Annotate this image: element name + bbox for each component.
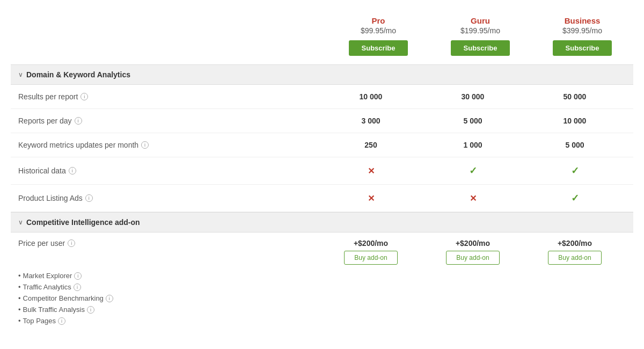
results-per-report-label: Results per report i: [18, 92, 320, 101]
plan-pro: Pro $99.95/mo Subscribe: [327, 16, 429, 56]
results-pro-value: 10 000: [320, 92, 422, 101]
plan-guru-name: Guru: [435, 16, 526, 25]
results-guru-value: 30 000: [422, 92, 524, 101]
product-listing-info-icon[interactable]: i: [85, 194, 93, 202]
section-competitive-title: ∨ Competitive Intelligence add-on: [18, 218, 320, 227]
section-domain-keyword: ∨ Domain & Keyword Analytics: [11, 64, 633, 85]
addon-pro-price: +$200/mo: [320, 239, 422, 248]
subscribe-business-button[interactable]: Subscribe: [553, 40, 612, 56]
keyword-guru-value: 1 000: [422, 141, 524, 149]
chevron-down-icon: ∨: [18, 71, 23, 78]
addon-business-col: +$200/mo Buy add-on: [524, 239, 626, 265]
row-keyword-metrics: Keyword metrics updates per month i 250 …: [11, 133, 633, 157]
feature-bulk-traffic-label: Bulk Traffic Analysis: [23, 306, 85, 314]
chevron-down-icon-2: ∨: [18, 219, 23, 226]
historical-pro-value: ✕: [320, 166, 422, 176]
reports-per-day-label: Reports per day i: [18, 117, 320, 125]
results-info-icon[interactable]: i: [80, 93, 88, 100]
addon-features-list: Market Explorer i Traffic Analytics i Co…: [11, 268, 633, 334]
section-domain-keyword-title: ∨ Domain & Keyword Analytics: [18, 70, 320, 79]
top-pages-info-icon[interactable]: i: [58, 317, 65, 325]
subscribe-guru-button[interactable]: Subscribe: [451, 40, 510, 56]
keyword-metrics-info-icon[interactable]: i: [141, 141, 149, 149]
plan-business: Business $399.95/mo Subscribe: [531, 16, 633, 56]
plan-pro-price: $99.95/mo: [333, 26, 424, 35]
keyword-business-value: 5 000: [524, 141, 626, 149]
price-per-user-label: Price per user i: [18, 239, 320, 248]
feature-market-explorer-label: Market Explorer: [23, 272, 72, 280]
historical-business-value: ✓: [524, 165, 626, 177]
plan-guru-price: $199.95/mo: [435, 26, 526, 35]
feature-competitor-benchmarking-label: Competitor Benchmarking: [23, 294, 104, 302]
price-per-user-info-icon[interactable]: i: [68, 239, 75, 247]
plan-business-price: $399.95/mo: [537, 26, 628, 35]
section-label: Domain & Keyword Analytics: [26, 70, 130, 79]
plan-guru: Guru $199.95/mo Subscribe: [429, 16, 531, 56]
results-business-value: 50 000: [524, 92, 626, 101]
addon-pro-col: +$200/mo Buy add-on: [320, 239, 422, 265]
pricing-container: Pro $99.95/mo Subscribe Guru $199.95/mo …: [0, 0, 644, 345]
subscribe-pro-button[interactable]: Subscribe: [349, 40, 408, 56]
feature-market-explorer: Market Explorer i: [18, 270, 626, 281]
pla-guru-value: ✕: [422, 193, 524, 203]
section-competitive-label: Competitive Intelligence add-on: [26, 218, 140, 227]
reports-pro-value: 3 000: [320, 117, 422, 125]
addon-guru-price: +$200/mo: [422, 239, 524, 248]
market-explorer-info-icon[interactable]: i: [74, 272, 82, 280]
bulk-traffic-info-icon[interactable]: i: [87, 306, 94, 314]
buy-addon-guru-button[interactable]: Buy add-on: [446, 251, 500, 265]
row-results-per-report: Results per report i 10 000 30 000 50 00…: [11, 85, 633, 109]
reports-guru-value: 5 000: [422, 117, 524, 125]
addon-price-row: Price per user i +$200/mo Buy add-on +$2…: [11, 232, 633, 268]
section-competitive-intelligence: ∨ Competitive Intelligence add-on: [11, 212, 633, 232]
feature-top-pages: Top Pages i: [18, 315, 626, 326]
row-reports-per-day: Reports per day i 3 000 5 000 10 000: [11, 109, 633, 133]
feature-traffic-analytics-label: Traffic Analytics: [23, 283, 71, 291]
reports-business-value: 10 000: [524, 117, 626, 125]
keyword-metrics-label: Keyword metrics updates per month i: [18, 141, 320, 149]
row-historical-data: Historical data i ✕ ✓ ✓: [11, 157, 633, 185]
addon-guru-col: +$200/mo Buy add-on: [422, 239, 524, 265]
reports-info-icon[interactable]: i: [75, 117, 82, 125]
feature-competitor-benchmarking: Competitor Benchmarking i: [18, 293, 626, 304]
keyword-pro-value: 250: [320, 141, 422, 149]
feature-traffic-analytics: Traffic Analytics i: [18, 281, 626, 293]
buy-addon-business-button[interactable]: Buy add-on: [548, 251, 602, 265]
competitor-benchmarking-info-icon[interactable]: i: [106, 295, 113, 302]
pla-pro-value: ✕: [320, 193, 422, 203]
buy-addon-pro-button[interactable]: Buy add-on: [344, 251, 398, 265]
feature-top-pages-label: Top Pages: [23, 317, 56, 325]
historical-data-label: Historical data i: [18, 166, 320, 175]
feature-bulk-traffic-analysis: Bulk Traffic Analysis i: [18, 304, 626, 315]
row-product-listing-ads: Product Listing Ads i ✕ ✕ ✓: [11, 185, 633, 212]
plans-header: Pro $99.95/mo Subscribe Guru $199.95/mo …: [11, 11, 633, 64]
traffic-analytics-info-icon[interactable]: i: [74, 283, 81, 291]
plan-business-name: Business: [537, 16, 628, 25]
plan-pro-name: Pro: [333, 16, 424, 25]
addon-business-price: +$200/mo: [524, 239, 626, 248]
pla-business-value: ✓: [524, 192, 626, 204]
historical-guru-value: ✓: [422, 165, 524, 177]
product-listing-ads-label: Product Listing Ads i: [18, 194, 320, 202]
historical-info-icon[interactable]: i: [69, 167, 76, 174]
